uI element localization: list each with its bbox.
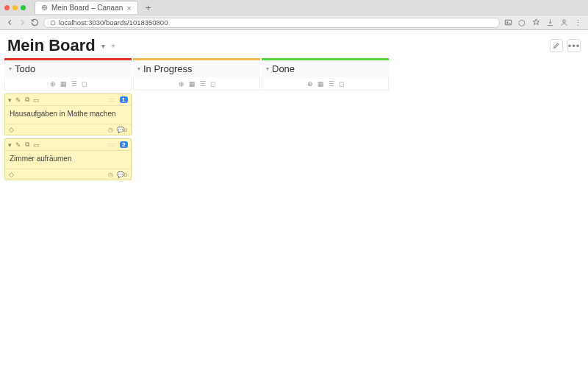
add-card-icon[interactable]: ⊕ bbox=[179, 80, 184, 88]
url-text: localhost:3030/boards/1018350800 bbox=[59, 18, 493, 26]
column-done: ▾ Done ⊕ ▦ ☰ ◻ bbox=[262, 58, 389, 183]
new-tab-button[interactable]: + bbox=[141, 2, 156, 13]
close-window-icon[interactable] bbox=[4, 5, 10, 10]
column-actions: ⊕ ▦ ☰ ◻ bbox=[133, 77, 260, 91]
clock-icon: ◷ bbox=[108, 171, 113, 178]
profile-icon[interactable] bbox=[560, 18, 568, 26]
column-title: In Progress bbox=[143, 63, 192, 74]
column-header[interactable]: ▾ In Progress bbox=[133, 58, 260, 77]
chevron-down-icon[interactable]: ▾ bbox=[8, 96, 12, 104]
board-menu-icon[interactable]: ▾ bbox=[101, 42, 105, 50]
tag-icon[interactable]: ◇ bbox=[9, 171, 14, 178]
chevron-down-icon[interactable]: ▾ bbox=[8, 141, 12, 149]
copy-icon[interactable]: ⧉ bbox=[25, 141, 29, 149]
list-icon[interactable]: ☰ bbox=[71, 80, 77, 88]
card-text: Zimmer aufräumen bbox=[5, 151, 131, 169]
minimize-window-icon[interactable] bbox=[12, 5, 18, 10]
column-title: Todo bbox=[15, 63, 35, 74]
window-traffic-lights bbox=[4, 5, 26, 10]
translate-icon[interactable] bbox=[504, 18, 512, 26]
browser-chrome: Mein Board – Canaan × + localhost:3030/b… bbox=[0, 0, 588, 30]
image-icon[interactable]: ▦ bbox=[60, 80, 67, 88]
card-badge: 1 bbox=[120, 96, 128, 103]
close-tab-icon[interactable]: × bbox=[126, 4, 131, 13]
maximize-window-icon[interactable] bbox=[21, 5, 26, 10]
edit-board-button[interactable] bbox=[550, 39, 563, 52]
label-icon[interactable]: ◻ bbox=[82, 80, 87, 88]
add-card-icon[interactable]: ⊕ bbox=[50, 80, 56, 88]
chevron-down-icon[interactable]: ▾ bbox=[9, 66, 12, 72]
card-badge: 2 bbox=[120, 141, 128, 148]
tag-icon[interactable]: ◇ bbox=[9, 126, 14, 133]
column-actions: ⊕ ▦ ☰ ◻ bbox=[4, 77, 132, 91]
column-in-progress: ▾ In Progress ⊕ ▦ ☰ ◻ bbox=[133, 58, 260, 183]
chevron-down-icon[interactable]: ▾ bbox=[266, 66, 269, 72]
card-toolbar: ▾ ✎ ⧉ ▭ :::: 1 bbox=[5, 94, 131, 106]
bookmark-icon[interactable] bbox=[532, 18, 540, 26]
browser-tab[interactable]: Mein Board – Canaan × bbox=[35, 1, 138, 14]
column-todo: ▾ Todo ⊕ ▦ ☰ ◻ ▾ ✎ ⧉ ▭ :::: 1 Haus bbox=[4, 58, 132, 183]
board-title: Mein Board bbox=[7, 36, 96, 55]
board-more-button[interactable]: ••• bbox=[567, 39, 581, 52]
add-card-icon[interactable]: ⊕ bbox=[307, 80, 313, 88]
page-root: Mein Board ▾ ＋ ••• ▾ Todo ⊕ ▦ ☰ ◻ bbox=[0, 30, 588, 368]
column-header[interactable]: ▾ Todo bbox=[4, 58, 132, 77]
reload-icon[interactable] bbox=[31, 18, 39, 26]
image-icon[interactable]: ▦ bbox=[318, 80, 324, 88]
globe-icon bbox=[41, 4, 48, 11]
drag-handle-icon[interactable]: :::: bbox=[108, 141, 116, 148]
drag-handle-icon[interactable]: :::: bbox=[108, 96, 116, 103]
pencil-icon[interactable]: ✎ bbox=[15, 96, 21, 104]
chevron-down-icon[interactable]: ▾ bbox=[137, 66, 140, 72]
comments-count[interactable]: 💬0 bbox=[117, 171, 127, 178]
browser-tabbar: Mein Board – Canaan × + bbox=[0, 0, 588, 15]
label-icon[interactable]: ◻ bbox=[210, 80, 215, 88]
board-header-right: ••• bbox=[550, 39, 581, 52]
addrbar-right: ⬡ ⋮ bbox=[504, 18, 582, 26]
back-icon[interactable] bbox=[6, 18, 14, 26]
page-icon[interactable]: ▭ bbox=[33, 96, 40, 104]
label-icon[interactable]: ◻ bbox=[339, 80, 344, 88]
image-icon[interactable]: ▦ bbox=[189, 80, 196, 88]
card-text: Hausaufgaben in Mathe machen bbox=[5, 106, 131, 124]
site-info-icon[interactable] bbox=[50, 20, 56, 26]
card[interactable]: ▾ ✎ ⧉ ▭ :::: 1 Hausaufgaben in Mathe mac… bbox=[4, 93, 132, 135]
columns-container: ▾ Todo ⊕ ▦ ☰ ◻ ▾ ✎ ⧉ ▭ :::: 1 Haus bbox=[0, 58, 588, 183]
card[interactable]: ▾ ✎ ⧉ ▭ :::: 2 Zimmer aufräumen ◇ ◷ 💬0 bbox=[4, 138, 132, 180]
column-title: Done bbox=[272, 63, 295, 74]
browser-menu-icon[interactable]: ⋮ bbox=[574, 18, 582, 26]
url-input[interactable]: localhost:3030/boards/1018350800 bbox=[43, 18, 500, 28]
column-actions: ⊕ ▦ ☰ ◻ bbox=[262, 77, 389, 91]
forward-icon[interactable] bbox=[18, 18, 26, 26]
board-header: Mein Board ▾ ＋ ••• bbox=[0, 30, 588, 58]
tab-title: Mein Board – Canaan bbox=[51, 4, 123, 12]
list-icon[interactable]: ☰ bbox=[200, 80, 206, 88]
add-column-icon[interactable]: ＋ bbox=[110, 40, 117, 51]
copy-icon[interactable]: ⧉ bbox=[25, 96, 29, 104]
browser-address-bar: localhost:3030/boards/1018350800 ⬡ ⋮ bbox=[0, 15, 588, 29]
card-footer: ◇ ◷ 💬0 bbox=[5, 124, 131, 135]
svg-point-3 bbox=[563, 20, 566, 23]
page-icon[interactable]: ▭ bbox=[33, 141, 40, 149]
extensions-icon[interactable]: ⬡ bbox=[518, 18, 526, 26]
card-footer: ◇ ◷ 💬0 bbox=[5, 169, 131, 180]
board-title-controls: ▾ ＋ bbox=[101, 40, 117, 51]
pencil-icon bbox=[553, 42, 560, 49]
clock-icon: ◷ bbox=[108, 127, 113, 133]
card-toolbar: ▾ ✎ ⧉ ▭ :::: 2 bbox=[5, 139, 131, 151]
list-icon[interactable]: ☰ bbox=[329, 80, 334, 88]
comments-count[interactable]: 💬0 bbox=[117, 127, 127, 133]
svg-rect-2 bbox=[505, 20, 511, 24]
column-header[interactable]: ▾ Done bbox=[262, 58, 389, 77]
dots-icon: ••• bbox=[568, 40, 581, 52]
downloads-icon[interactable] bbox=[546, 18, 554, 26]
pencil-icon[interactable]: ✎ bbox=[15, 141, 21, 149]
